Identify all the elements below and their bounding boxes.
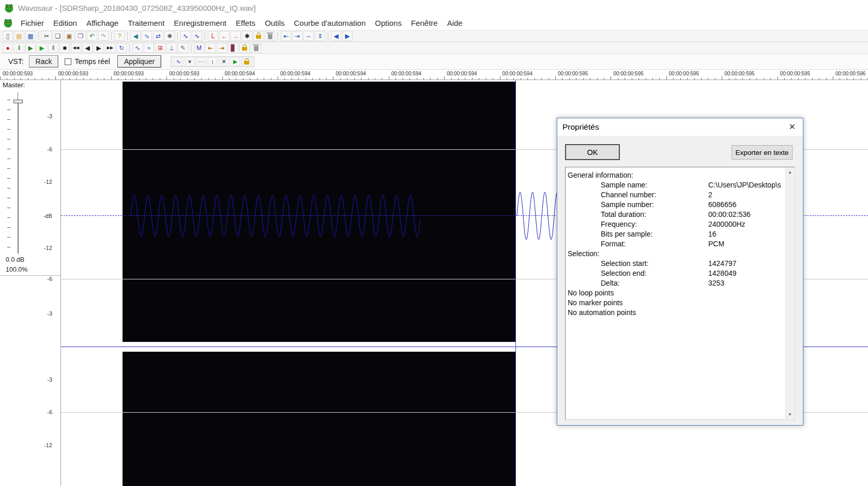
go-end-button[interactable]: ▶▶: [105, 43, 115, 53]
undo-button[interactable]: ↶: [87, 31, 97, 41]
mute-button[interactable]: ◀: [130, 31, 141, 41]
wave-loop-button[interactable]: ∿: [142, 31, 152, 41]
pause-button[interactable]: ‖: [14, 43, 24, 53]
block-color-button[interactable]: ▊: [228, 43, 238, 53]
rack-button[interactable]: Rack: [29, 55, 59, 68]
menu-fichier[interactable]: Fichier: [16, 17, 49, 29]
paste-special-button[interactable]: ❐: [75, 31, 86, 41]
zoom-horizontal-button[interactable]: ⇔: [303, 31, 314, 41]
curve-points-button[interactable]: ⋯: [196, 57, 206, 66]
draw-wave-button[interactable]: ✎: [178, 43, 188, 53]
pause-alt-button[interactable]: ‖: [48, 43, 58, 53]
close-icon[interactable]: ✕: [789, 122, 796, 132]
tick-mark: [687, 78, 688, 80]
zoom-sel-start-button[interactable]: ⇤: [281, 31, 291, 41]
tick-mark: [97, 78, 98, 80]
tick-mark: [423, 78, 424, 80]
tick-mark: [409, 78, 410, 80]
menu-outils[interactable]: Outils: [260, 17, 289, 29]
marker-left-button[interactable]: ←: [219, 31, 230, 41]
timeline-ruler[interactable]: 00:00:00:59300:00:00:59300:00:00:59300:0…: [0, 70, 868, 80]
statistics-button[interactable]: ⊥: [166, 43, 177, 53]
tick-mark: [632, 78, 632, 80]
apply-button[interactable]: Appliquer: [117, 55, 161, 68]
delete-markers-button[interactable]: [265, 31, 275, 41]
delete-edit-button[interactable]: [251, 43, 261, 53]
menu-aide[interactable]: Aide: [443, 17, 467, 29]
play-button[interactable]: ▶: [37, 43, 47, 53]
wave-tool-2-button[interactable]: ∿: [192, 31, 202, 41]
lock-vst-button[interactable]: [242, 57, 251, 66]
menu-fen-tre[interactable]: Fenêtre: [406, 17, 443, 29]
property-label: Total duration:: [568, 210, 646, 218]
cut-button[interactable]: ✂: [41, 31, 52, 41]
marker-right-button[interactable]: →: [231, 31, 241, 41]
curve-dropdown[interactable]: ▾: [185, 57, 194, 66]
tick-mark: [694, 78, 695, 80]
marker-m-button[interactable]: M: [194, 43, 204, 53]
wave-tool-1-button[interactable]: ∿: [180, 31, 191, 41]
master-slider-handle[interactable]: [13, 100, 23, 103]
fit-vertical-button[interactable]: ↕: [208, 57, 217, 66]
tick-mark: [604, 78, 604, 80]
export-text-button[interactable]: Exporter en texte: [732, 145, 793, 160]
dialog-scrollbar[interactable]: ▲ ▼: [785, 168, 794, 419]
copy-button[interactable]: ❏: [53, 31, 63, 41]
lock-edit-button[interactable]: [239, 43, 250, 53]
play-selection-button[interactable]: ∿: [132, 43, 143, 53]
save-button[interactable]: ▦: [25, 31, 36, 41]
shift-left-button[interactable]: ⇤: [205, 43, 216, 53]
rewind-button[interactable]: ◀: [82, 43, 93, 53]
tick-mark: [638, 78, 639, 80]
menu-options[interactable]: Options: [370, 17, 406, 29]
shift-right-button[interactable]: ⇥: [217, 43, 227, 53]
grid-button[interactable]: ⊞: [155, 43, 165, 53]
scroll-down-icon[interactable]: ▼: [788, 412, 792, 417]
delete-curve-button[interactable]: ✕: [219, 57, 229, 66]
scroll-up-icon[interactable]: ▲: [788, 170, 792, 175]
menu-effets[interactable]: Effets: [231, 17, 260, 29]
dialog-title-bar[interactable]: Propriétés ✕: [557, 118, 803, 136]
tick-mark: [187, 78, 188, 80]
settings-button[interactable]: ✺: [164, 31, 175, 41]
next-view-button[interactable]: ▶: [342, 31, 353, 41]
redo-button[interactable]: ↷: [98, 31, 109, 41]
stop-button[interactable]: ■: [59, 43, 70, 53]
master-tick: [7, 178, 10, 179]
swap-channels-button[interactable]: ⇄: [153, 31, 163, 41]
new-file-button[interactable]: ▯: [3, 31, 13, 41]
tick-mark: [666, 76, 667, 80]
tick-mark: [28, 78, 28, 80]
tick-mark: [507, 78, 507, 80]
zoom-sel-end-button[interactable]: ⇥: [292, 31, 302, 41]
help-button[interactable]: ?: [114, 31, 125, 41]
menu-enregistrement[interactable]: Enregistrement: [169, 17, 231, 29]
realtime-checkbox[interactable]: [65, 58, 71, 65]
zoom-vertical-button[interactable]: ⇕: [315, 31, 325, 41]
spectrum-button[interactable]: ≈: [144, 43, 154, 53]
ok-button[interactable]: OK: [565, 144, 620, 160]
wavosaur-document-icon[interactable]: [3, 18, 13, 28]
loop-playback-button[interactable]: ↻: [116, 43, 127, 53]
forward-button[interactable]: ▶: [94, 43, 104, 53]
menu-traitement[interactable]: Traitement: [123, 17, 169, 29]
prev-view-button[interactable]: ◀: [331, 31, 341, 41]
tick-mark: [49, 78, 49, 80]
marker-l-button[interactable]: L: [208, 31, 218, 41]
menu-affichage[interactable]: Affichage: [82, 17, 123, 29]
tick-mark: [118, 78, 118, 80]
process-vst-button[interactable]: ▶: [231, 57, 240, 66]
go-start-button[interactable]: ◀◀: [71, 43, 81, 53]
open-file-button[interactable]: ▤: [14, 31, 24, 41]
automation-curve-button[interactable]: ∿: [174, 57, 183, 66]
lock-markers-button[interactable]: [253, 31, 264, 41]
play-from-cursor-button[interactable]: ▶: [25, 43, 36, 53]
property-row: No marker points: [568, 297, 784, 307]
realtime-checkbox-row[interactable]: Temps réel: [65, 57, 110, 66]
paste-button[interactable]: ▣: [64, 31, 74, 41]
snap-button[interactable]: ✱: [242, 31, 252, 41]
menu-edition[interactable]: Edition: [49, 17, 82, 29]
master-slider-track[interactable]: [18, 103, 19, 254]
menu-courbe-d-automation[interactable]: Courbe d'automation: [289, 17, 370, 29]
record-button[interactable]: ●: [3, 43, 13, 53]
